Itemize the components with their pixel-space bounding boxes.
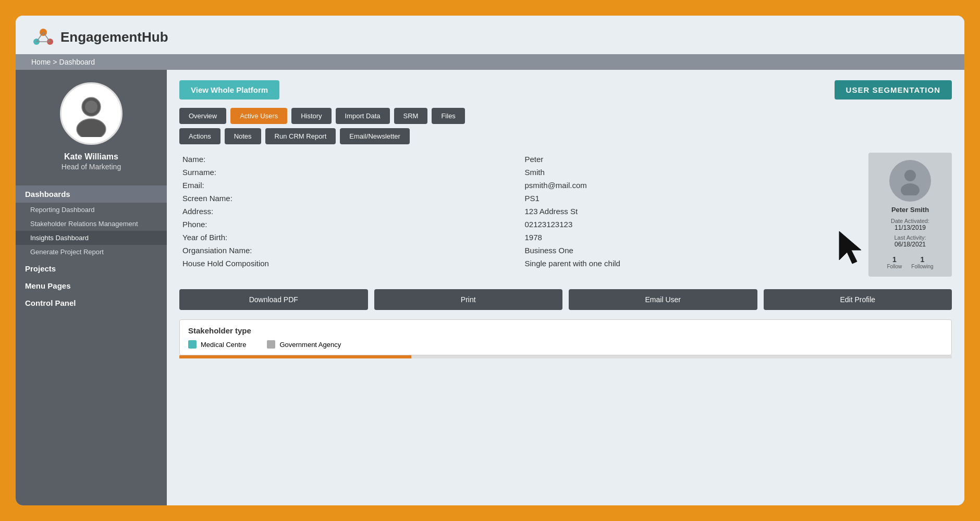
email-user-button[interactable]: Email User [569, 289, 757, 310]
user-segmentation-button[interactable]: USER SEGMENTATION [835, 80, 952, 100]
field-label-phone: Phone: [179, 218, 521, 231]
download-pdf-button[interactable]: Download PDF [179, 289, 368, 310]
app-window: EngagementHub Home > Dashboard Ka [16, 16, 964, 505]
field-label-name: Name: [179, 153, 521, 166]
svg-point-10 [904, 170, 916, 181]
table-row: Name: Peter [179, 153, 856, 166]
field-value-yob: 1978 [521, 231, 856, 244]
sidebar-item-generate-report[interactable]: Generate Project Report [16, 245, 167, 259]
field-value-screen-name: PS1 [521, 192, 856, 205]
tab-notes[interactable]: Notes [225, 128, 261, 144]
checkbox-medical[interactable] [188, 340, 197, 349]
following-count: 1 [921, 255, 925, 264]
field-label-yob: Year of Birth: [179, 231, 521, 244]
scroll-indicator [179, 355, 411, 358]
tab-row-1: Overview Active Users History Import Dat… [179, 108, 952, 124]
tab-import-data[interactable]: Import Data [336, 108, 390, 124]
following-stat: 1 Following [911, 255, 933, 269]
profile-table: Name: Peter Surname: Smith Email: psmith… [179, 153, 856, 270]
tab-overview[interactable]: Overview [179, 108, 226, 124]
svg-line-3 [36, 32, 43, 42]
user-name: Kate Williams [64, 152, 118, 162]
stakeholder-title: Stakeholder type [188, 326, 943, 335]
field-value-email: psmith@mail.com [521, 179, 856, 192]
field-value-surname: Smith [521, 166, 856, 179]
tab-files[interactable]: Files [432, 108, 464, 124]
field-value-org: Business One [521, 244, 856, 257]
field-value-phone: 02123123123 [521, 218, 856, 231]
field-label-org: Organsiation Name: [179, 244, 521, 257]
stakeholder-label-government: Government Agency [279, 341, 341, 349]
user-title: Head of Marketing [62, 163, 121, 171]
field-label-screen-name: Screen Name: [179, 192, 521, 205]
side-last-activity-value: 06/18/2021 [895, 241, 926, 248]
svg-point-8 [85, 101, 97, 113]
field-value-address: 123 Address St [521, 205, 856, 218]
svg-line-4 [43, 32, 50, 42]
logo-area: EngagementHub [31, 25, 168, 49]
print-button[interactable]: Print [374, 289, 563, 310]
tab-srm[interactable]: SRM [394, 108, 428, 124]
field-label-surname: Surname: [179, 166, 521, 179]
side-avatar [889, 160, 931, 202]
breadcrumb-home[interactable]: Home [31, 58, 51, 66]
table-row: Address: 123 Address St [179, 205, 856, 218]
table-row: Email: psmith@mail.com [179, 179, 856, 192]
user-avatar [60, 82, 123, 145]
main-area: Kate Williams Head of Marketing Dashboar… [16, 70, 964, 505]
field-label-household: House Hold Composition [179, 257, 521, 270]
edit-profile-button[interactable]: Edit Profile [764, 289, 952, 310]
top-row: View Whole Platform USER SEGMENTATION [179, 80, 952, 100]
table-row: Phone: 02123123123 [179, 218, 856, 231]
svg-point-11 [901, 183, 920, 195]
breadcrumb-current: Dashboard [59, 58, 95, 66]
sidebar-item-stakeholder-relations[interactable]: Stakeholder Relations Management [16, 217, 167, 231]
nav-projects-header: Projects [16, 259, 167, 276]
side-date-activated-label: Date Activated: [891, 218, 929, 224]
side-stats: 1 Follow 1 Following [887, 255, 933, 269]
sidebar-item-insights-dashboard[interactable]: Insights Dashboard [16, 231, 167, 245]
logo-text: EngagementHub [60, 29, 168, 45]
sidebar: Kate Williams Head of Marketing Dashboar… [16, 70, 167, 505]
tab-email-newsletter[interactable]: Email/Newsletter [340, 128, 410, 144]
follow-stat: 1 Follow [887, 255, 902, 269]
follow-count: 1 [892, 255, 897, 264]
stakeholder-item-medical: Medical Centre [188, 340, 246, 349]
sidebar-item-reporting-dashboard[interactable]: Reporting Dashboard [16, 203, 167, 217]
side-avatar-icon [896, 166, 925, 195]
checkbox-government[interactable] [267, 340, 275, 349]
tab-history[interactable]: History [291, 108, 331, 124]
field-value-name: Peter [521, 153, 856, 166]
side-profile-name: Peter Smith [891, 206, 929, 214]
table-row: Surname: Smith [179, 166, 856, 179]
table-row: Organsiation Name: Business One [179, 244, 856, 257]
table-row: House Hold Composition Single parent wit… [179, 257, 856, 270]
table-row: Year of Birth: 1978 [179, 231, 856, 244]
scroll-bar[interactable] [179, 355, 952, 358]
action-buttons: Download PDF Print Email User Edit Profi… [179, 289, 952, 310]
field-value-household: Single parent with one child [521, 257, 856, 270]
field-label-address: Address: [179, 205, 521, 218]
logo-icon [31, 25, 55, 49]
view-platform-button[interactable]: View Whole Platform [179, 80, 279, 100]
avatar-icon [68, 90, 115, 137]
side-date-activated-value: 11/13/2019 [895, 224, 926, 231]
tab-run-crm-report[interactable]: Run CRM Report [265, 128, 336, 144]
tab-row-2: Actions Notes Run CRM Report Email/Newsl… [179, 128, 952, 144]
side-profile-card: Peter Smith Date Activated: 11/13/2019 L… [868, 153, 952, 277]
tab-active-users[interactable]: Active Users [230, 108, 287, 124]
breadcrumb-bar: Home > Dashboard [16, 54, 964, 70]
field-label-email: Email: [179, 179, 521, 192]
stakeholder-label-medical: Medical Centre [201, 341, 246, 349]
table-row: Screen Name: PS1 [179, 192, 856, 205]
svg-point-7 [77, 119, 106, 137]
profile-section: Name: Peter Surname: Smith Email: psmith… [179, 153, 952, 277]
stakeholder-row: Medical Centre Government Agency [188, 340, 943, 349]
tab-actions[interactable]: Actions [179, 128, 220, 144]
follow-label: Follow [887, 264, 902, 269]
stakeholder-item-government: Government Agency [267, 340, 341, 349]
stakeholder-section: Stakeholder type Medical Centre Governme… [179, 319, 952, 355]
content-area: View Whole Platform USER SEGMENTATION Ov… [167, 70, 964, 505]
nav-menu-pages-header: Menu Pages [16, 276, 167, 293]
nav-control-panel-header: Control Panel [16, 293, 167, 311]
